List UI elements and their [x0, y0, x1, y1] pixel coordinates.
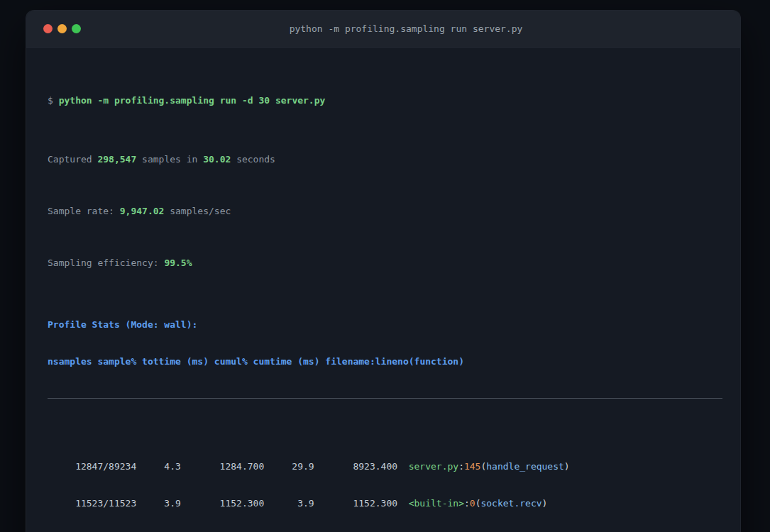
sample-rate-line: Sample rate: 9,947.02 samples/sec — [48, 204, 722, 219]
terminal-window: python -m profiling.sampling run server.… — [26, 10, 741, 532]
rate-label: Sample rate: — [48, 206, 120, 216]
cumtime-cell: 1152.300 — [314, 496, 397, 511]
file-name: server.py — [409, 461, 458, 472]
window-title: python -m profiling.sampling run server.… — [26, 23, 740, 34]
rate-value: 9,947.02 — [120, 206, 165, 216]
line-number: 0 — [470, 498, 475, 509]
titlebar: python -m profiling.sampling run server.… — [26, 11, 740, 48]
sample-pct-cell: 3.9 — [136, 496, 181, 511]
table-row: 11523/115233.91152.3003.91152.300<built-… — [48, 496, 722, 511]
capture-duration: 30.02 — [203, 154, 231, 165]
rate-suffix: samples/sec — [164, 206, 231, 216]
table-row: 12847/892344.31284.70029.98923.400server… — [48, 459, 722, 475]
captured-line: Captured 298,547 samples in 30.02 second… — [48, 152, 722, 167]
traffic-lights — [26, 24, 81, 33]
location-cell: <built-in>:0(socket.recv) — [397, 496, 547, 511]
cumul-pct-cell: 3.9 — [264, 496, 314, 511]
efficiency-value: 99.5% — [164, 257, 192, 268]
close-button[interactable] — [43, 24, 53, 33]
efficiency-line: Sampling efficiency: 99.5% — [48, 255, 722, 271]
captured-label: Captured — [48, 154, 97, 165]
prompt-symbol: $ — [48, 95, 59, 106]
command-text: python -m profiling.sampling run -d 30 s… — [59, 95, 326, 106]
prompt-line: $ python -m profiling.sampling run -d 30… — [48, 93, 722, 109]
close-paren: ) — [564, 461, 570, 472]
file-name: <built-in> — [409, 498, 464, 509]
function-name: handle_request — [486, 461, 564, 472]
maximize-button[interactable] — [72, 24, 81, 33]
terminal-output[interactable]: $ python -m profiling.sampling run -d 30… — [26, 48, 740, 532]
table-divider — [48, 398, 722, 399]
colon: : — [458, 461, 464, 472]
efficiency-label: Sampling efficiency: — [48, 257, 164, 268]
table-header: nsamples sample% tottime (ms) cumul% cum… — [48, 354, 722, 370]
captured-suffix: seconds — [231, 154, 275, 165]
samples-count: 298,547 — [97, 154, 136, 165]
cumul-pct-cell: 29.9 — [264, 459, 314, 475]
function-name: socket.recv — [480, 498, 541, 509]
tottime-cell: 1284.700 — [181, 459, 264, 475]
nsamples-cell: 11523/11523 — [48, 496, 136, 511]
line-number: 145 — [464, 461, 480, 472]
location-cell: server.py:145(handle_request) — [397, 459, 570, 475]
cumtime-cell: 8923.400 — [314, 459, 397, 475]
tottime-cell: 1152.300 — [181, 496, 264, 511]
profile-table: 12847/892344.31284.70029.98923.400server… — [48, 438, 722, 532]
profile-stats-title: Profile Stats (Mode: wall): — [48, 317, 722, 333]
minimize-button[interactable] — [57, 24, 67, 33]
sample-pct-cell: 4.3 — [136, 459, 181, 475]
close-paren: ) — [542, 498, 548, 509]
nsamples-cell: 12847/89234 — [48, 459, 136, 475]
colon: : — [464, 498, 470, 509]
captured-mid: samples in — [136, 154, 203, 165]
